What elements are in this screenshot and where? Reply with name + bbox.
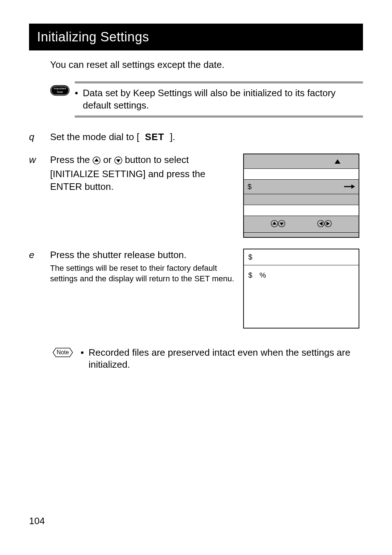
menu-row-3-text: $ — [248, 182, 252, 192]
nav-up-icon — [271, 220, 278, 230]
nav-left-icon — [317, 220, 324, 230]
menu-row-4 — [244, 194, 359, 205]
note-badge-icon: Note — [50, 347, 75, 359]
note-block: Note • Recorded files are preserved inta… — [50, 347, 363, 371]
menu-row-3-selected: $ — [244, 180, 359, 194]
important-label-top: Important — [54, 87, 66, 90]
svg-marker-15 — [327, 221, 330, 225]
manual-page: Initializing Settings You can reset all … — [29, 24, 363, 371]
important-label-bottom: Note — [57, 90, 63, 94]
intro-text: You can reset all settings except the da… — [50, 59, 363, 70]
step-1: q Set the mode dial to [ SET ]. — [29, 131, 363, 143]
down-button-icon — [114, 155, 122, 168]
bullet-icon: • — [81, 347, 89, 371]
svg-marker-13 — [319, 221, 323, 225]
page-number: 104 — [29, 515, 45, 527]
menu-nav-row — [244, 216, 359, 233]
step-2-text: Press the or button to select [INITIALIZ… — [50, 154, 243, 193]
up-button-icon — [93, 155, 101, 168]
menu-row-2 — [244, 169, 359, 180]
nav-right-icon — [324, 220, 332, 230]
step-1-text-post: ]. — [170, 131, 175, 142]
scroll-up-icon — [335, 159, 340, 164]
step-3-marker: e — [29, 249, 50, 261]
important-note-body: • Data set by Keep Settings will also be… — [75, 81, 363, 118]
important-note-badge-icon: Important Note — [50, 85, 70, 96]
menu-row-5 — [244, 205, 359, 216]
important-note-block: Important Note • Data set by Keep Settin… — [50, 81, 363, 118]
bullet-icon: • — [75, 87, 83, 112]
confirm-body: $ % — [244, 265, 359, 285]
step-3-sub: The settings will be reset to their fact… — [50, 263, 236, 284]
arrow-right-icon — [344, 184, 355, 189]
svg-marker-7 — [351, 184, 355, 189]
svg-marker-3 — [94, 158, 99, 162]
menu-row-1 — [244, 154, 359, 169]
step-1-marker: q — [29, 131, 50, 143]
nav-down-icon — [278, 220, 285, 230]
menu-screen-figure: $ — [243, 154, 359, 238]
important-note-text: Data set by Keep Settings will also be i… — [83, 87, 363, 112]
note-label: Note — [57, 349, 69, 355]
menu-row-bottom — [244, 233, 359, 237]
steps-list: q Set the mode dial to [ SET ]. w Press … — [29, 131, 363, 328]
svg-marker-9 — [272, 221, 276, 224]
step-2-marker: w — [29, 154, 50, 166]
step-3: e Press the shutter release button. The … — [29, 249, 363, 328]
step-2: w Press the or button to select [INITIAL… — [29, 154, 363, 238]
note-text: Recorded files are preserved intact even… — [89, 347, 363, 371]
page-title: Initializing Settings — [29, 24, 363, 50]
step-1-text-pre: Set the mode dial to [ — [50, 131, 139, 142]
confirm-screen-figure: $ $ % — [243, 249, 359, 328]
step-3-main: Press the shutter release button. — [50, 249, 236, 261]
svg-marker-11 — [279, 223, 283, 225]
set-mode-label: SET — [142, 131, 167, 142]
confirm-header: $ — [244, 249, 359, 265]
svg-marker-5 — [116, 159, 121, 163]
